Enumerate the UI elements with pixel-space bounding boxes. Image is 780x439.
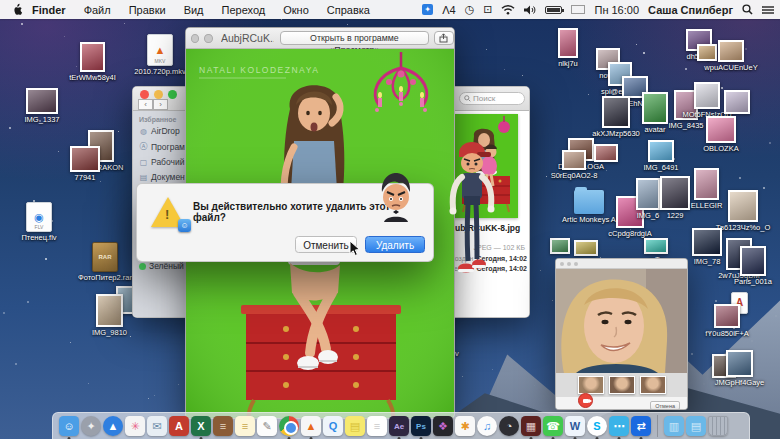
- back-button[interactable]: ‹: [138, 99, 153, 110]
- dock-notes[interactable]: ≡: [235, 416, 255, 436]
- dock-skype[interactable]: S: [587, 416, 607, 436]
- desktop-icon-40[interactable]: fY0u850lF+A: [714, 304, 740, 328]
- video-action-button[interactable]: Отмена: [650, 401, 680, 410]
- desktop-icon-22[interactable]: OBLOZKA: [706, 116, 736, 143]
- menu-item-1[interactable]: Файл: [75, 4, 120, 16]
- desktop-icon-30[interactable]: 1229: [660, 176, 690, 210]
- forward-button[interactable]: ›: [153, 99, 168, 110]
- desktop-icon-unnamed-35[interactable]: [574, 240, 598, 256]
- share-button[interactable]: [434, 31, 454, 45]
- clock-widget-icon[interactable]: ◷: [465, 3, 475, 16]
- filmstrip-thumb-2[interactable]: [640, 376, 666, 394]
- dock-stickies[interactable]: ▤: [345, 416, 365, 436]
- desktop-icon-26[interactable]: S0rEq0AO2-8: [562, 150, 586, 170]
- camera-button[interactable]: [578, 393, 593, 408]
- dock-word[interactable]: W: [565, 416, 585, 436]
- dock-chrome[interactable]: [279, 416, 299, 436]
- dock-red-book[interactable]: A: [169, 416, 189, 436]
- apple-menu-icon[interactable]: [12, 3, 23, 16]
- spotlight-icon[interactable]: [742, 4, 753, 15]
- dock-vlc[interactable]: ▲: [301, 416, 321, 436]
- dock-stack-2[interactable]: ▤: [686, 416, 706, 436]
- search-field[interactable]: Поиск: [459, 92, 525, 105]
- zoom-button[interactable]: [168, 90, 177, 99]
- dock-finder[interactable]: ☺: [59, 416, 79, 436]
- desktop-icon-10[interactable]: nlkj7u: [558, 28, 578, 58]
- dock-gauge-app[interactable]: ◔: [499, 416, 519, 436]
- desktop-icon-13[interactable]: wpuACUEnUeY: [718, 40, 744, 62]
- dock-teamviewer[interactable]: ⇄: [631, 416, 651, 436]
- desktop-icon-38[interactable]: Paris_001a: [740, 246, 766, 276]
- desktop-icon-0[interactable]: tErWMw58y4I: [80, 42, 105, 72]
- desktop-icon-5[interactable]: ◉FLVПтенец.flv: [26, 202, 52, 232]
- notification-center-icon[interactable]: [762, 5, 774, 15]
- dock-final-cut[interactable]: ❖: [433, 416, 453, 436]
- zoom-button[interactable]: [574, 262, 578, 266]
- dock-textedit[interactable]: ✎: [257, 416, 277, 436]
- fullscreen-button[interactable]: [204, 34, 212, 43]
- battery-icon[interactable]: [545, 6, 562, 14]
- dock-safari[interactable]: ▲: [103, 416, 123, 436]
- dock-grid-app[interactable]: ▦: [521, 416, 541, 436]
- desktop-icon-unnamed-12[interactable]: [697, 44, 717, 61]
- desktop-icon-36[interactable]: IMG_78: [692, 228, 722, 256]
- desktop-icon-25[interactable]: IMG_6491: [648, 140, 674, 162]
- desktop-icon-1[interactable]: ▲MKV2010.720p.mkv: [147, 34, 173, 66]
- desktop-icon-32[interactable]: Тв6123Чz%о_О: [728, 190, 758, 222]
- dock-messages[interactable]: ⋯: [609, 416, 629, 436]
- desktop-icon-unnamed-24[interactable]: [594, 144, 618, 162]
- delete-button[interactable]: Удалить: [365, 236, 425, 253]
- desktop-icon-27[interactable]: Artic Monkeys A: [574, 190, 604, 214]
- russian-flag-icon[interactable]: [571, 5, 585, 14]
- desktop-icon-2[interactable]: IMG_1337: [26, 88, 58, 114]
- desktop-icon-33[interactable]: arTu: [644, 238, 668, 254]
- close-button[interactable]: [560, 262, 564, 266]
- desktop-icon-unnamed-21[interactable]: [724, 90, 750, 114]
- minimize-button[interactable]: [154, 90, 163, 99]
- close-button[interactable]: [191, 34, 199, 43]
- dock-trash[interactable]: [708, 416, 728, 436]
- desktop-icon-31[interactable]: ELLEGIR: [694, 168, 719, 200]
- dock-launchpad[interactable]: ✦: [81, 416, 101, 436]
- dock-dictionary[interactable]: ≡: [213, 416, 233, 436]
- desktop-icon-20[interactable]: MOt6FNs!zOU: [694, 82, 720, 109]
- dock-after-effects[interactable]: Ae: [389, 416, 409, 436]
- user-menu[interactable]: Саша Спилберг: [648, 4, 733, 16]
- filmstrip-thumb-0[interactable]: [578, 376, 604, 394]
- menu-item-4[interactable]: Переход: [213, 4, 275, 16]
- desktop-icon-29[interactable]: IMG_6: [636, 178, 660, 210]
- wifi-icon[interactable]: [501, 4, 515, 15]
- keyboard-layout-icon[interactable]: Λ4: [442, 4, 455, 16]
- desktop-icon-4[interactable]: 77941: [70, 146, 100, 172]
- open-with-preview-button[interactable]: Открыть в программе «Просмотр»: [280, 31, 428, 45]
- menu-item-2[interactable]: Правки: [120, 4, 175, 16]
- desktop-icon-17[interactable]: akXJMzp5630: [602, 96, 630, 128]
- dock-photoshop[interactable]: Ps: [411, 416, 431, 436]
- dock-itunes[interactable]: ♫: [477, 416, 497, 436]
- menu-clock[interactable]: Пн 16:00: [594, 4, 639, 16]
- filmstrip-thumb-1[interactable]: [609, 376, 635, 394]
- dock-quicktime[interactable]: Q: [323, 416, 343, 436]
- desktop-icon-8[interactable]: IMG_9810: [96, 294, 123, 327]
- menu-item-6[interactable]: Справка: [318, 4, 379, 16]
- dock-iphoto[interactable]: ✱: [455, 416, 475, 436]
- desktop-icon-42[interactable]: JMGpHf4Gaye: [726, 350, 753, 377]
- minimize-button[interactable]: [567, 262, 571, 266]
- desktop-icon-18[interactable]: avatar: [642, 92, 668, 124]
- close-button[interactable]: [140, 90, 149, 99]
- menu-item-0[interactable]: Finder: [23, 4, 75, 16]
- dock-call-app[interactable]: ☎: [543, 416, 563, 436]
- dock-document[interactable]: ≡: [367, 416, 387, 436]
- dock-photos[interactable]: ✳: [125, 416, 145, 436]
- desktop-icon-unnamed-34[interactable]: [550, 238, 570, 254]
- menu-item-3[interactable]: Вид: [175, 4, 213, 16]
- dock-excel[interactable]: X: [191, 416, 211, 436]
- cancel-button[interactable]: Отменить: [295, 236, 357, 253]
- volume-icon[interactable]: [524, 5, 536, 15]
- desktop-icon-6[interactable]: RARФотоПитер2.rar: [92, 242, 118, 272]
- status-app-icon[interactable]: ✦: [422, 4, 433, 15]
- dock-mail[interactable]: ✉: [147, 416, 167, 436]
- dock-stack-1[interactable]: ▥: [664, 416, 684, 436]
- menu-item-5[interactable]: Окно: [274, 4, 318, 16]
- display-icon[interactable]: ⊡: [483, 3, 492, 16]
